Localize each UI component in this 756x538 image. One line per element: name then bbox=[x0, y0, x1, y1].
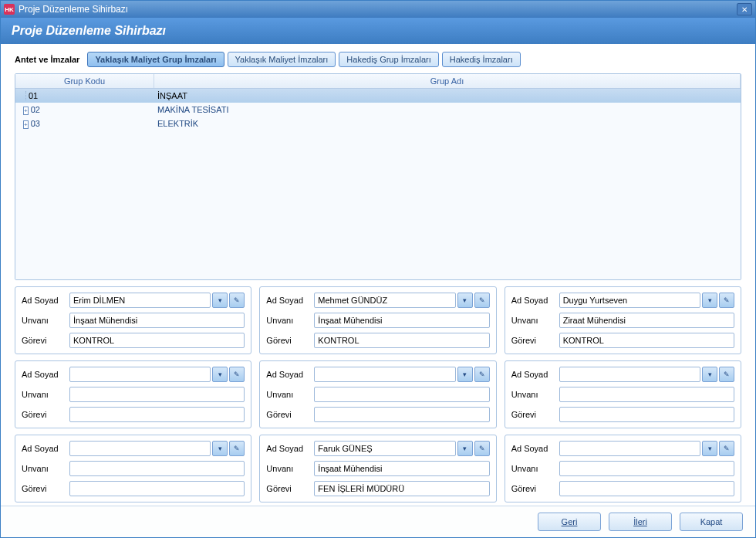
label-unvani: Unvanı bbox=[22, 316, 69, 325]
signature-block: Ad Soyad▾✎UnvanıGörevi bbox=[259, 286, 496, 354]
gorevi-input[interactable] bbox=[69, 481, 245, 496]
label-gorevi: Görevi bbox=[266, 336, 314, 345]
label-gorevi: Görevi bbox=[266, 410, 314, 419]
signature-block: Ad Soyad▾✎UnvanıGörevi bbox=[259, 360, 496, 428]
unvani-input[interactable] bbox=[314, 313, 489, 328]
grid-cell-code: 02 bbox=[31, 105, 40, 114]
groups-grid: Grup Kodu Grup Adı 01İNŞAAT+02MAKİNA TES… bbox=[15, 73, 741, 280]
unvani-input[interactable] bbox=[69, 387, 245, 402]
ad-soyad-input[interactable] bbox=[314, 441, 455, 456]
label-unvani: Unvanı bbox=[511, 316, 559, 325]
label-ad-soyad: Ad Soyad bbox=[22, 444, 69, 453]
unvani-input[interactable] bbox=[559, 461, 734, 476]
grid-body[interactable]: 01İNŞAAT+02MAKİNA TESİSATI+03ELEKTRİK bbox=[15, 89, 741, 279]
grid-row[interactable]: +02MAKİNA TESİSATI bbox=[15, 103, 741, 117]
unvani-input[interactable] bbox=[559, 387, 734, 402]
chevron-down-icon[interactable]: ▾ bbox=[457, 441, 473, 456]
chevron-down-icon[interactable]: ▾ bbox=[212, 367, 228, 382]
app-icon: HK bbox=[4, 4, 15, 15]
edit-icon[interactable]: ✎ bbox=[474, 441, 490, 456]
gorevi-input[interactable] bbox=[559, 407, 734, 422]
label-unvani: Unvanı bbox=[266, 390, 314, 399]
tab-2[interactable]: Hakediş Grup İmzaları bbox=[339, 52, 438, 67]
grid-cell-name: MAKİNA TESİSATI bbox=[154, 105, 741, 114]
chevron-down-icon[interactable]: ▾ bbox=[212, 293, 228, 308]
label-unvani: Unvanı bbox=[266, 316, 314, 325]
gorevi-input[interactable] bbox=[69, 407, 245, 422]
tabs-row: Antet ve İmzalar Yaklaşık Maliyet Grup İ… bbox=[15, 52, 741, 67]
unvani-input[interactable] bbox=[559, 313, 734, 328]
chevron-down-icon[interactable]: ▾ bbox=[457, 367, 473, 382]
tree-expand-icon: + bbox=[23, 119, 29, 128]
chevron-down-icon[interactable]: ▾ bbox=[212, 441, 228, 456]
ad-soyad-input[interactable] bbox=[559, 441, 700, 456]
edit-icon[interactable]: ✎ bbox=[474, 293, 490, 308]
label-ad-soyad: Ad Soyad bbox=[22, 296, 69, 305]
titlebar: HK Proje Düzenleme Sihirbazı ✕ bbox=[1, 1, 755, 18]
label-unvani: Unvanı bbox=[266, 464, 314, 473]
label-ad-soyad: Ad Soyad bbox=[22, 370, 69, 379]
close-button[interactable]: Kapat bbox=[680, 513, 743, 531]
close-window-button[interactable]: ✕ bbox=[737, 3, 752, 15]
label-gorevi: Görevi bbox=[22, 336, 69, 345]
signature-block: Ad Soyad▾✎UnvanıGörevi bbox=[15, 435, 251, 502]
gorevi-input[interactable] bbox=[559, 481, 734, 496]
gorevi-input[interactable] bbox=[559, 333, 734, 348]
gorevi-input[interactable] bbox=[314, 481, 489, 496]
label-ad-soyad: Ad Soyad bbox=[266, 444, 314, 453]
gorevi-input[interactable] bbox=[314, 407, 489, 422]
tab-0[interactable]: Yaklaşık Maliyet Grup İmzaları bbox=[87, 52, 224, 67]
chevron-down-icon[interactable]: ▾ bbox=[702, 293, 717, 308]
content-area: Antet ve İmzalar Yaklaşık Maliyet Grup İ… bbox=[1, 44, 755, 506]
signature-block: Ad Soyad▾✎UnvanıGörevi bbox=[15, 286, 251, 354]
tab-1[interactable]: Yaklaşık Maliyet İmzaları bbox=[228, 52, 336, 67]
ad-soyad-input[interactable] bbox=[69, 293, 211, 308]
grid-cell-name: İNŞAAT bbox=[154, 91, 741, 100]
chevron-down-icon[interactable]: ▾ bbox=[457, 293, 473, 308]
grid-row[interactable]: +03ELEKTRİK bbox=[15, 117, 741, 130]
label-ad-soyad: Ad Soyad bbox=[511, 370, 559, 379]
grid-row[interactable]: 01İNŞAAT bbox=[15, 89, 741, 103]
edit-icon[interactable]: ✎ bbox=[719, 441, 734, 456]
close-icon: ✕ bbox=[741, 5, 748, 14]
edit-icon[interactable]: ✎ bbox=[719, 367, 734, 382]
edit-icon[interactable]: ✎ bbox=[229, 367, 245, 382]
ad-soyad-input[interactable] bbox=[559, 293, 700, 308]
grid-cell-code: 03 bbox=[31, 119, 40, 128]
gorevi-input[interactable] bbox=[314, 333, 489, 348]
back-button[interactable]: Geri bbox=[538, 513, 601, 531]
label-unvani: Unvanı bbox=[511, 390, 559, 399]
signature-block: Ad Soyad▾✎UnvanıGörevi bbox=[505, 286, 741, 354]
label-ad-soyad: Ad Soyad bbox=[266, 296, 314, 305]
edit-icon[interactable]: ✎ bbox=[719, 293, 734, 308]
ad-soyad-input[interactable] bbox=[314, 367, 455, 382]
chevron-down-icon[interactable]: ▾ bbox=[702, 441, 717, 456]
gorevi-input[interactable] bbox=[69, 333, 245, 348]
unvani-input[interactable] bbox=[69, 461, 245, 476]
tree-dots-icon bbox=[23, 91, 26, 100]
label-gorevi: Görevi bbox=[22, 410, 69, 419]
unvani-input[interactable] bbox=[314, 387, 489, 402]
label-gorevi: Görevi bbox=[511, 484, 559, 493]
grid-header-code[interactable]: Grup Kodu bbox=[15, 74, 154, 88]
edit-icon[interactable]: ✎ bbox=[474, 367, 490, 382]
unvani-input[interactable] bbox=[314, 461, 489, 476]
signatures-form-grid: Ad Soyad▾✎UnvanıGöreviAd Soyad▾✎UnvanıGö… bbox=[15, 286, 741, 502]
ad-soyad-input[interactable] bbox=[69, 367, 211, 382]
label-gorevi: Görevi bbox=[511, 336, 559, 345]
next-button[interactable]: İleri bbox=[609, 513, 672, 531]
tab-3[interactable]: Hakediş İmzaları bbox=[442, 52, 521, 67]
label-gorevi: Görevi bbox=[266, 484, 314, 493]
grid-header-name[interactable]: Grup Adı bbox=[154, 74, 741, 88]
label-ad-soyad: Ad Soyad bbox=[266, 370, 314, 379]
edit-icon[interactable]: ✎ bbox=[229, 441, 245, 456]
ad-soyad-input[interactable] bbox=[559, 367, 700, 382]
signature-block: Ad Soyad▾✎UnvanıGörevi bbox=[259, 435, 496, 502]
window-title: Proje Düzenleme Sihirbazı bbox=[19, 4, 737, 15]
ad-soyad-input[interactable] bbox=[314, 293, 455, 308]
chevron-down-icon[interactable]: ▾ bbox=[702, 367, 717, 382]
edit-icon[interactable]: ✎ bbox=[229, 293, 245, 308]
ad-soyad-input[interactable] bbox=[69, 441, 211, 456]
unvani-input[interactable] bbox=[69, 313, 245, 328]
footer: Geri İleri Kapat bbox=[1, 506, 755, 537]
